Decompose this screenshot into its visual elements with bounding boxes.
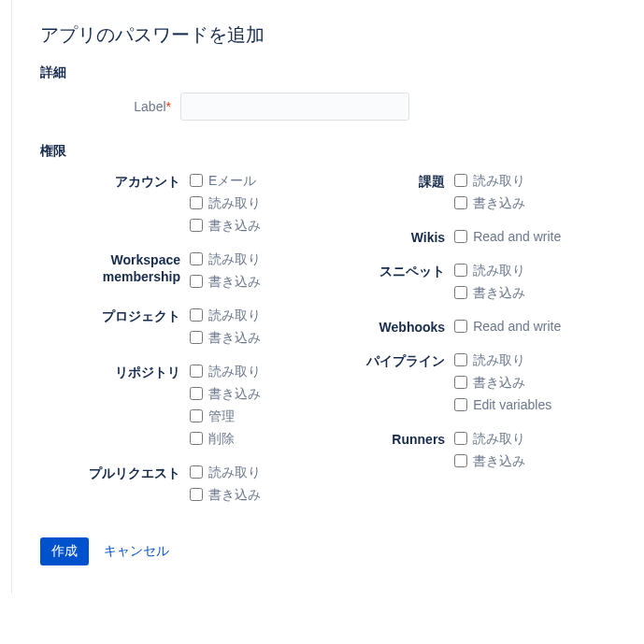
perm-column-left: アカウントEメール読み取り書き込みWorkspace membership読み取…	[40, 171, 305, 519]
perm-group-item: スニペット読み取り書き込み	[342, 261, 616, 302]
perm-group-runners: Runners読み取り書き込み	[342, 429, 616, 470]
actions-row: 作成 キャンセル	[40, 537, 616, 565]
perm-group-item: リポジトリ読み取り書き込み管理削除	[40, 362, 305, 448]
perm-option-item-item[interactable]: 読み取り	[190, 463, 261, 481]
perm-group-label: プルリクエスト	[40, 463, 190, 504]
perm-option-label: 読み取り	[208, 306, 261, 324]
perm-option-item-item[interactable]: 読み取り	[454, 261, 525, 279]
perm-checkbox[interactable]	[454, 376, 467, 389]
perm-options: Read and write	[454, 317, 561, 336]
perm-option-wikis-read-and-write[interactable]: Read and write	[454, 227, 561, 246]
perm-option-label: 書き込み	[208, 216, 261, 235]
perm-group-item: パイプライン読み取り書き込みEdit variables	[342, 351, 616, 414]
perm-group-webhooks: WebhooksRead and write	[342, 317, 616, 336]
perm-option-label: 削除	[208, 429, 235, 448]
perm-option-label: 読み取り	[208, 250, 261, 268]
perm-checkbox[interactable]	[190, 387, 203, 400]
perm-option-label: 読み取り	[473, 351, 525, 369]
perm-checkbox[interactable]	[190, 488, 203, 501]
perm-group-label: Workspace membership	[40, 250, 190, 291]
perm-option-item-item[interactable]: 書き込み	[190, 216, 261, 235]
perm-option-item-item[interactable]: 読み取り	[454, 171, 525, 190]
perm-option-label: 読み取り	[208, 463, 261, 481]
perm-options: Eメール読み取り書き込み	[190, 171, 261, 235]
perm-option-label: 書き込み	[208, 485, 261, 504]
perm-checkbox[interactable]	[190, 196, 203, 209]
perm-options: 読み取り書き込み管理削除	[190, 362, 261, 448]
perm-checkbox[interactable]	[190, 365, 203, 378]
required-mark: *	[166, 99, 171, 114]
perm-checkbox[interactable]	[454, 230, 467, 243]
perm-options: Read and write	[454, 227, 561, 246]
cancel-button[interactable]: キャンセル	[100, 537, 173, 565]
perm-option-workspace-membership-item[interactable]: 書き込み	[190, 272, 261, 291]
perm-checkbox[interactable]	[454, 353, 467, 366]
perm-option-item-item[interactable]: 読み取り	[190, 362, 261, 380]
perm-option-runners-item[interactable]: 書き込み	[454, 451, 525, 470]
label-input[interactable]	[180, 93, 409, 121]
perm-option-item-item[interactable]: 書き込み	[190, 384, 261, 403]
perm-checkbox[interactable]	[190, 275, 203, 288]
perm-group-label: Webhooks	[342, 317, 454, 336]
perm-option-label: Edit variables	[473, 395, 551, 414]
perm-option-item-e[interactable]: Eメール	[190, 171, 261, 190]
perm-group-label: 課題	[342, 171, 454, 212]
perm-checkbox[interactable]	[454, 454, 467, 467]
perm-checkbox[interactable]	[454, 196, 467, 209]
perm-option-item-item[interactable]: 書き込み	[190, 328, 261, 347]
label-field-label: Label*	[40, 99, 180, 114]
perm-option-label: 書き込み	[473, 193, 525, 212]
perm-option-item-item[interactable]: 読み取り	[454, 351, 551, 369]
perm-options: 読み取り書き込み	[454, 171, 525, 212]
perm-option-item-item[interactable]: 削除	[190, 429, 261, 448]
perm-group-item: 課題読み取り書き込み	[342, 171, 616, 212]
perm-checkbox[interactable]	[190, 432, 203, 445]
perm-group-wikis: WikisRead and write	[342, 227, 616, 246]
perm-group-label: Runners	[342, 429, 454, 470]
perm-group-item: プルリクエスト読み取り書き込み	[40, 463, 305, 504]
perm-group-item: アカウントEメール読み取り書き込み	[40, 171, 305, 235]
perm-option-webhooks-read-and-write[interactable]: Read and write	[454, 317, 561, 336]
perm-option-item-item[interactable]: 書き込み	[454, 193, 525, 212]
label-field-row: Label*	[40, 93, 616, 121]
perm-group-label: リポジトリ	[40, 362, 190, 448]
perm-option-item-item[interactable]: 書き込み	[454, 373, 551, 392]
perm-option-label: 書き込み	[208, 272, 261, 291]
perm-option-runners-item[interactable]: 読み取り	[454, 429, 525, 448]
perm-option-item-item[interactable]: 書き込み	[190, 485, 261, 504]
page-title: アプリのパスワードを追加	[40, 22, 616, 48]
perm-option-label: 読み取り	[473, 429, 525, 448]
perm-options: 読み取り書き込み	[454, 261, 525, 302]
perm-group-workspace-membership: Workspace membership読み取り書き込み	[40, 250, 305, 291]
perm-checkbox[interactable]	[454, 264, 467, 277]
perm-option-label: 書き込み	[208, 384, 261, 403]
perm-group-label: スニペット	[342, 261, 454, 302]
perm-checkbox[interactable]	[190, 174, 203, 187]
perm-checkbox[interactable]	[190, 252, 203, 265]
section-permissions: 権限	[40, 143, 616, 160]
perm-options: 読み取り書き込みEdit variables	[454, 351, 551, 414]
perm-options: 読み取り書き込み	[454, 429, 525, 470]
perm-option-label: 書き込み	[473, 451, 525, 470]
perm-checkbox[interactable]	[190, 308, 203, 322]
perm-checkbox[interactable]	[454, 174, 467, 187]
perm-option-item-edit-variables[interactable]: Edit variables	[454, 395, 551, 414]
perm-checkbox[interactable]	[190, 331, 203, 344]
perm-option-item-item[interactable]: 読み取り	[190, 193, 261, 212]
perm-checkbox[interactable]	[190, 409, 203, 422]
perm-option-label: 読み取り	[473, 171, 525, 190]
perm-option-label: 読み取り	[473, 261, 525, 279]
perm-option-item-item[interactable]: 読み取り	[190, 306, 261, 324]
perm-checkbox[interactable]	[454, 398, 467, 411]
perm-checkbox[interactable]	[190, 465, 203, 479]
perm-option-item-item[interactable]: 書き込み	[454, 283, 525, 302]
perm-option-item-item[interactable]: 管理	[190, 407, 261, 425]
perm-option-workspace-membership-item[interactable]: 読み取り	[190, 250, 261, 268]
perm-checkbox[interactable]	[454, 286, 467, 299]
create-button[interactable]: 作成	[40, 537, 89, 565]
perm-option-label: 書き込み	[473, 373, 525, 392]
perm-checkbox[interactable]	[190, 219, 203, 232]
perm-checkbox[interactable]	[454, 432, 467, 445]
perm-option-label: Read and write	[473, 227, 561, 246]
perm-checkbox[interactable]	[454, 320, 467, 333]
